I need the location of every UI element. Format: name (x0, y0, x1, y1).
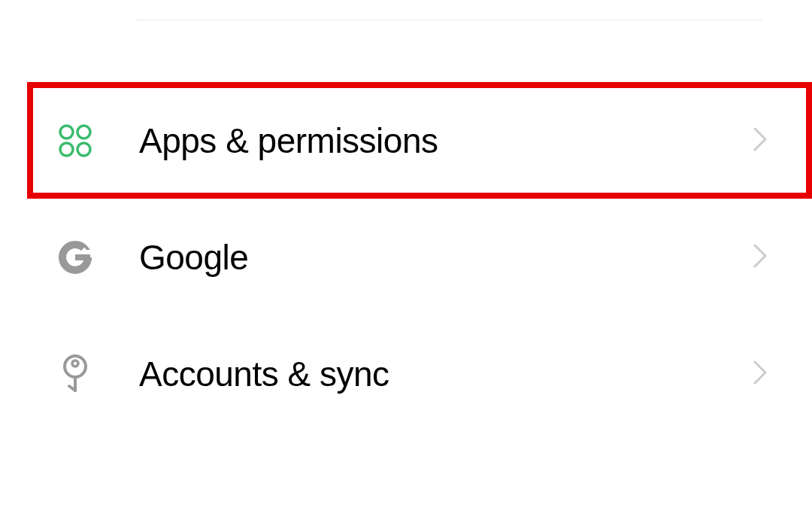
settings-item-label: Google (139, 237, 753, 278)
chevron-right-icon (753, 127, 767, 154)
chevron-right-icon (753, 360, 767, 388)
svg-rect-3 (77, 143, 90, 156)
settings-item-google[interactable]: Google (0, 199, 812, 315)
svg-rect-1 (77, 126, 90, 138)
svg-point-9 (72, 360, 78, 367)
svg-rect-2 (60, 143, 73, 156)
spacer (0, 20, 812, 82)
key-icon (56, 355, 94, 393)
settings-item-label: Apps & permissions (139, 120, 753, 161)
settings-list: Apps & permissions (0, 82, 812, 432)
svg-rect-0 (60, 126, 73, 138)
chevron-right-icon (753, 244, 767, 271)
google-icon (56, 239, 94, 276)
settings-item-accounts-sync[interactable]: Accounts & sync (0, 315, 812, 432)
settings-item-apps-permissions[interactable]: Apps & permissions (27, 82, 812, 199)
clover-icon (56, 122, 94, 160)
settings-item-label: Accounts & sync (139, 354, 753, 394)
